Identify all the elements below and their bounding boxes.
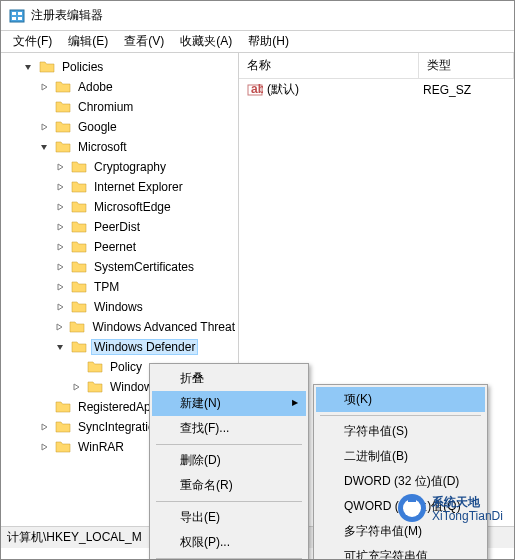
menubar: 文件(F) 编辑(E) 查看(V) 收藏夹(A) 帮助(H) [1,31,514,53]
tree-label: TPM [91,279,122,295]
value-name: (默认) [267,81,423,98]
tree-toggle-icon[interactable] [21,60,35,74]
menu-item[interactable]: 字符串值(S) [316,419,485,444]
tree-toggle-icon[interactable] [37,80,51,94]
tree-node-tpm[interactable]: TPM [1,277,238,297]
value-type: REG_SZ [423,83,471,97]
tree-node-internet-explorer[interactable]: Internet Explorer [1,177,238,197]
tree-node-windows-advanced-threat[interactable]: Windows Advanced Threat [1,317,238,337]
context-menu-new[interactable]: 项(K)字符串值(S)二进制值(B)DWORD (32 位)值(D)QWORD … [313,384,488,560]
svg-text:XiTongTianDi.net: XiTongTianDi.net [432,509,504,523]
menu-item[interactable]: 项(K) [316,387,485,412]
menu-separator [156,444,302,445]
svg-text:ab: ab [251,82,263,96]
menu-item[interactable]: 可扩充字符串值 [316,544,485,560]
status-path: 计算机\HKEY_LOCAL_M [7,529,142,546]
tree-node-systemcertificates[interactable]: SystemCertificates [1,257,238,277]
folder-icon [55,399,71,415]
folder-icon [55,139,71,155]
tree-toggle-icon[interactable] [53,300,67,314]
tree-node-windows-defender[interactable]: Windows Defender [1,337,238,357]
menu-item[interactable]: 二进制值(B) [316,444,485,469]
tree-toggle-icon[interactable] [53,240,67,254]
tree-node-peernet[interactable]: Peernet [1,237,238,257]
folder-icon [55,119,71,135]
tree-label: Peernet [91,239,139,255]
folder-icon [71,219,87,235]
tree-toggle-icon[interactable] [53,280,67,294]
folder-icon [55,419,71,435]
tree-toggle-icon[interactable] [69,380,83,394]
tree-label: Adobe [75,79,116,95]
tree-toggle-icon[interactable] [37,400,51,414]
svg-rect-0 [10,10,24,22]
tree-toggle-icon[interactable] [37,140,51,154]
list-header: 名称 类型 [239,53,514,79]
tree-toggle-icon[interactable] [53,180,67,194]
menu-item[interactable]: 新建(N) [152,391,306,416]
context-menu-main[interactable]: 折叠新建(N)查找(F)...删除(D)重命名(R)导出(E)权限(P)...复… [149,363,309,560]
folder-icon [39,59,55,75]
list-row[interactable]: ab (默认) REG_SZ [239,79,514,100]
tree-toggle-icon[interactable] [37,440,51,454]
menu-separator [156,501,302,502]
tree-toggle-icon[interactable] [37,120,51,134]
menu-favorites[interactable]: 收藏夹(A) [172,31,240,52]
tree-toggle-icon[interactable] [69,360,83,374]
folder-icon [55,439,71,455]
titlebar: 注册表编辑器 [1,1,514,31]
tree-label: Windows Advanced Threat [89,319,238,335]
svg-rect-9 [408,498,416,502]
menu-item[interactable]: 导出(E) [152,505,306,530]
tree-toggle-icon[interactable] [53,200,67,214]
tree-toggle-icon[interactable] [53,260,67,274]
menu-view[interactable]: 查看(V) [116,31,172,52]
tree-label: Microsoft [75,139,130,155]
tree-toggle-icon[interactable] [52,320,66,334]
tree-toggle-icon[interactable] [37,100,51,114]
folder-icon [87,359,103,375]
svg-text:系统天地: 系统天地 [431,495,481,509]
folder-icon [71,179,87,195]
tree-label: Internet Explorer [91,179,186,195]
tree-toggle-icon[interactable] [53,220,67,234]
tree-toggle-icon[interactable] [37,420,51,434]
tree-node-google[interactable]: Google [1,117,238,137]
tree-toggle-icon[interactable] [53,160,67,174]
tree-node-chromium[interactable]: Chromium [1,97,238,117]
menu-edit[interactable]: 编辑(E) [60,31,116,52]
menu-item[interactable]: 删除(D) [152,448,306,473]
tree-label: Chromium [75,99,136,115]
tree-node-microsoft[interactable]: Microsoft [1,137,238,157]
tree-label: SystemCertificates [91,259,197,275]
tree-label: Windows Defender [91,339,198,355]
folder-icon [71,159,87,175]
tree-node-adobe[interactable]: Adobe [1,77,238,97]
folder-icon [71,239,87,255]
menu-item[interactable]: 权限(P)... [152,530,306,555]
tree-node-peerdist[interactable]: PeerDist [1,217,238,237]
menu-help[interactable]: 帮助(H) [240,31,297,52]
menu-item[interactable]: 折叠 [152,366,306,391]
tree-node-policies[interactable]: Policies [1,57,238,77]
svg-rect-2 [18,12,22,15]
svg-rect-3 [12,17,16,20]
folder-icon [55,99,71,115]
folder-icon [71,259,87,275]
folder-icon [71,339,87,355]
tree-node-microsoftedge[interactable]: MicrosoftEdge [1,197,238,217]
folder-icon [71,199,87,215]
column-type[interactable]: 类型 [419,53,514,78]
menu-item[interactable]: 重命名(R) [152,473,306,498]
tree-toggle-icon[interactable] [53,340,67,354]
folder-icon [87,379,103,395]
column-name[interactable]: 名称 [239,53,419,78]
menu-file[interactable]: 文件(F) [5,31,60,52]
tree-node-windows[interactable]: Windows [1,297,238,317]
menu-item[interactable]: 查找(F)... [152,416,306,441]
string-value-icon: ab [247,82,263,98]
tree-node-cryptography[interactable]: Cryptography [1,157,238,177]
folder-icon [71,279,87,295]
folder-icon [71,299,87,315]
watermark: 系统天地 XiTongTianDi.net [394,488,504,531]
